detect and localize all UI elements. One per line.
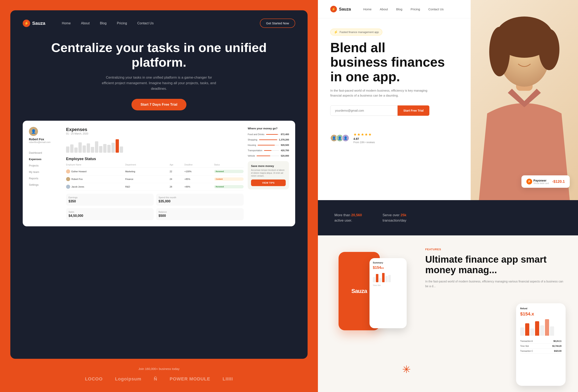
view-tips-button[interactable]: VIEW TIPS — [251, 179, 286, 186]
right-nav-about[interactable]: About — [380, 7, 388, 11]
badge-text: Fasted finance management app — [339, 31, 379, 34]
right-nav-contact[interactable]: Contact Us — [428, 7, 444, 11]
stat-tx-label: Serve over 25k transaction/day — [383, 213, 406, 223]
employee-status-title: Employee Status — [66, 157, 243, 161]
save-card-desc: Accumsan tempor tincidunt ut labore et d… — [251, 169, 286, 177]
expenses-date: 01 - 25 March, 2020 — [66, 132, 243, 135]
col-deadline: Deadline — [184, 164, 214, 166]
menu-dashboard[interactable]: Dashboard — [29, 150, 62, 156]
join-text: Join 160,000+ business today — [10, 367, 308, 371]
money-bar-0 — [266, 134, 279, 135]
dashboard-sidebar: 👤 Robert Fox robertfox@email.com Dashboa… — [29, 127, 62, 220]
stat-spend-value: $35,000 — [158, 200, 241, 203]
money-amount-0: 872,400 — [281, 133, 289, 135]
right-hero-desc: In the fast-paced world of modern busine… — [330, 88, 438, 98]
review-count-text: From 10K+ reviews — [353, 141, 375, 144]
money-amount-4: 520,000 — [281, 155, 289, 157]
emp-name-cell-0: Esther Howard — [66, 169, 125, 174]
money-cat-2: Housing — [248, 144, 256, 146]
emp-name-0: Esther Howard — [71, 170, 87, 173]
payoneer-card: P Payoneer Virtual debit card -$120.1 — [522, 175, 570, 188]
user-email: robertfox@email.com — [29, 141, 50, 143]
nav-link-blog[interactable]: Blog — [100, 21, 106, 25]
stat-balance-label: Balance — [158, 211, 241, 213]
money-bar-fill-1 — [259, 139, 278, 140]
features-desc: In the fast-paced world of modern busine… — [425, 279, 566, 288]
phone-logo-text: Sauza — [351, 288, 367, 294]
col-status: Status — [214, 164, 243, 166]
left-logo-text: Sauza — [32, 21, 46, 26]
brand-logo-2: Ñ — [154, 376, 157, 382]
nav-link-about[interactable]: About — [81, 21, 90, 25]
stat-users-label: More than 20,560 active user. — [335, 213, 362, 223]
phone-screen-title: Summary — [373, 261, 403, 264]
right-hero-content: ⚡ Fasted finance management app Blend al… — [318, 18, 458, 126]
phone3-bar-group — [520, 319, 562, 336]
stat-tx-unit: transaction/day — [383, 218, 406, 222]
right-nav-home[interactable]: Home — [363, 7, 372, 11]
brand-logo-4: LIIIII — [223, 376, 233, 382]
left-logo: ⚡ Sauza — [23, 20, 46, 27]
user-avatar: 👤 — [29, 127, 38, 136]
phone3-bar-3 — [535, 321, 539, 336]
money-bar-fill-4 — [257, 156, 270, 156]
emp-status-0: Renewed — [214, 170, 243, 173]
menu-expenses[interactable]: Expenses — [29, 156, 62, 162]
hero-person-image — [471, 0, 578, 200]
item-amount-0: $8,24.11 — [553, 340, 562, 342]
logos-row: LOCOO Logoipsum Ñ POWER MODULE LIIIII — [10, 376, 308, 382]
emp-name-cell-1: Robert Fox — [66, 177, 125, 181]
stat-users-prefix: More than — [335, 213, 350, 217]
list-item: Transaction A $8,24.11 — [520, 339, 562, 344]
money-row-0: Food and Drinks 872,400 — [248, 133, 289, 135]
stat-spend-label: Spend this month — [158, 196, 241, 199]
start-free-trial-button[interactable]: Start Free Trial — [398, 105, 429, 116]
save-card: Save more money Accumsan tempor tincidun… — [248, 161, 289, 189]
menu-settings[interactable]: Settings — [29, 181, 62, 188]
col-age: Age — [170, 164, 185, 166]
get-started-button[interactable]: Get Started Now — [260, 19, 295, 28]
phone3-bar-5 — [545, 319, 549, 336]
money-amount-3: 420,700 — [281, 149, 289, 152]
bar-13-accent — [116, 139, 119, 153]
money-bar-fill-0 — [266, 134, 278, 135]
nav-link-pricing[interactable]: Pricing — [117, 21, 127, 25]
phone3-bar-0 — [520, 327, 524, 336]
emp-dept-0: Marketing — [125, 170, 170, 173]
feature-badge: ⚡ Fasted finance management app — [330, 29, 382, 36]
stat-earnings: Earnings $350 — [66, 194, 154, 206]
right-nav-blog[interactable]: Blog — [396, 7, 402, 11]
right-nav-pricing[interactable]: Pricing — [411, 7, 420, 11]
bar-3 — [74, 147, 78, 153]
menu-projects[interactable]: Projects — [29, 162, 62, 169]
left-panel: ⚡ Sauza Home About Blog Pricing Contact … — [0, 0, 318, 392]
emp-deadline-2: +89% — [184, 185, 214, 188]
money-cat-3: Transportation — [248, 149, 262, 152]
nav-link-home[interactable]: Home — [62, 21, 71, 25]
emp-avatar-2 — [66, 185, 70, 189]
right-panel: ⚡ Sauza Home About Blog Pricing Contact … — [318, 0, 578, 392]
money-cat-1: Shopping — [248, 138, 257, 141]
time-slot-label: Time Slot — [373, 284, 403, 286]
bar-2 — [70, 144, 73, 153]
mini-bar-4-accent — [382, 273, 385, 282]
right-logo: ⚡ Sauza — [330, 6, 351, 12]
nav-link-contact[interactable]: Contact Us — [137, 21, 154, 25]
features-title: Ultimate finance app smart money manag..… — [425, 254, 566, 275]
left-nav: ⚡ Sauza Home About Blog Pricing Contact … — [23, 19, 295, 28]
start-trial-button[interactable]: Start 7 Days Free Trial — [132, 99, 187, 110]
phone3-bar-4 — [540, 325, 544, 336]
bottom-section: Join 160,000+ business today LOCOO Logoi… — [10, 367, 308, 382]
list-item: Transaction C $423.00 — [520, 349, 562, 354]
right-logo-text: Sauza — [339, 7, 351, 11]
bar-4 — [78, 142, 82, 153]
emp-name-1: Robert Fox — [71, 178, 83, 180]
phone3-bar-6 — [550, 326, 554, 336]
email-input[interactable] — [330, 105, 398, 116]
emp-dept-1: Finance — [125, 178, 170, 180]
expenses-title: Expenses — [66, 127, 243, 132]
menu-reports[interactable]: Reports — [29, 175, 62, 181]
menu-myteam[interactable]: My team — [29, 169, 62, 175]
payoneer-name: Payoneer — [533, 179, 549, 182]
emp-age-0: 22 — [170, 170, 185, 173]
